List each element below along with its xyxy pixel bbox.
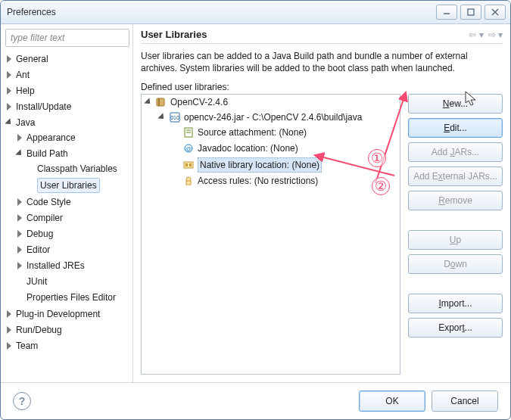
cancel-button[interactable]: Cancel [432, 390, 498, 412]
forward-icon[interactable]: ⇨ ▾ [488, 30, 503, 40]
filter-input[interactable] [5, 29, 129, 47]
defined-libraries-tree[interactable]: OpenCV-2.4.6 010 [141, 94, 400, 375]
tree-item-team[interactable]: Team [16, 339, 38, 353]
add-external-jars-button[interactable]: Add External JARs... [408, 166, 503, 186]
svg-rect-5 [158, 98, 160, 106]
page-description: User libraries can be added to a Java Bu… [141, 50, 503, 74]
jar-icon: 010 [169, 111, 181, 123]
defined-label: Defined user libraries: [141, 82, 503, 92]
tree-item-rundebug[interactable]: Run/Debug [16, 323, 62, 337]
ok-button[interactable]: OK [359, 390, 425, 412]
access-rules[interactable]: Access rules: (No restrictions) [198, 174, 318, 188]
tree-item-classpath[interactable]: Classpath Variables [37, 162, 117, 176]
tree-item-debug[interactable]: Debug [26, 227, 53, 241]
up-button[interactable]: Up [408, 230, 503, 250]
library-name[interactable]: OpenCV-2.4.6 [170, 95, 228, 109]
category-tree[interactable]: General Ant Help Install/Update Java App… [5, 51, 129, 378]
javadoc-icon: @ [182, 142, 195, 154]
library-icon [155, 96, 167, 108]
tree-item-install[interactable]: Install/Update [16, 100, 71, 114]
titlebar: Preferences [1, 1, 510, 24]
native-icon [182, 159, 195, 171]
tree-item-ant[interactable]: Ant [16, 68, 30, 82]
javadoc-location[interactable]: Javadoc location: (None) [198, 142, 298, 155]
help-button[interactable]: ? [13, 392, 31, 410]
svg-rect-14 [185, 163, 188, 166]
tree-item-codestyle[interactable]: Code Style [26, 195, 71, 209]
close-button[interactable] [485, 5, 506, 20]
svg-rect-13 [184, 162, 193, 168]
tree-item-pde[interactable]: Plug-in Development [16, 307, 100, 321]
minimize-button[interactable] [436, 5, 457, 20]
jar-entry[interactable]: opencv-246.jar - C:\OpenCV 2.4.6\build\j… [184, 110, 362, 124]
svg-text:@: @ [185, 145, 192, 152]
window-title: Preferences [5, 7, 436, 17]
tree-item-userlibs[interactable]: User Libraries [37, 178, 100, 193]
down-button[interactable]: Down [408, 254, 503, 274]
tree-item-installedjres[interactable]: Installed JREs [26, 259, 85, 272]
source-icon [182, 126, 195, 138]
category-pane: General Ant Help Install/Update Java App… [1, 24, 133, 382]
tree-item-help[interactable]: Help [16, 84, 35, 98]
back-icon[interactable]: ⇦ ▾ [469, 30, 483, 40]
tree-item-general[interactable]: General [16, 52, 48, 66]
side-buttons: New... Edit... Add JARs... Add External … [408, 94, 503, 375]
tree-item-appearance[interactable]: Appearance [26, 131, 76, 145]
tree-item-java[interactable]: Java [16, 116, 35, 129]
page-title: User Libraries [141, 29, 469, 40]
svg-rect-15 [189, 163, 192, 166]
import-button[interactable]: Import... [408, 294, 503, 313]
new-button[interactable]: New... [408, 94, 503, 114]
tree-item-junit[interactable]: JUnit [26, 275, 47, 288]
tree-item-editor[interactable]: Editor [26, 243, 50, 257]
svg-rect-17 [186, 181, 191, 185]
tree-item-propfiles[interactable]: Properties Files Editor [26, 291, 116, 304]
edit-button[interactable]: Edit... [408, 118, 503, 138]
dialog-footer: ? OK Cancel [1, 382, 510, 419]
tree-item-compiler[interactable]: Compiler [26, 211, 63, 225]
export-button[interactable]: Export... [408, 318, 503, 338]
svg-rect-1 [468, 9, 474, 15]
svg-text:010: 010 [170, 115, 179, 120]
tree-item-buildpath[interactable]: Build Path [26, 147, 68, 160]
svg-rect-4 [157, 98, 164, 106]
maximize-button[interactable] [460, 5, 481, 20]
remove-button[interactable]: Remove [408, 191, 503, 210]
access-icon [182, 175, 195, 187]
add-jars-button[interactable]: Add JARs... [408, 142, 503, 162]
native-library-location[interactable]: Native library location: (None) [198, 157, 322, 173]
preference-page: User Libraries ⇦ ▾ ⇨ ▾ User libraries ca… [133, 24, 510, 382]
source-attachment[interactable]: Source attachment: (None) [198, 126, 307, 139]
